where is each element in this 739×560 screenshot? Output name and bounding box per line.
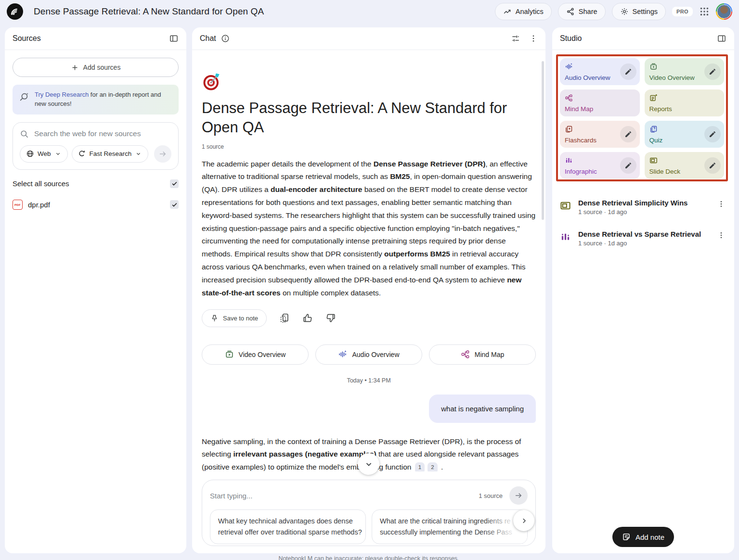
- save-to-note-label: Save to note: [223, 315, 258, 322]
- settings-button[interactable]: Settings: [612, 3, 666, 20]
- video-overview-button[interactable]: Video Overview: [202, 344, 309, 365]
- fast-research-dropdown[interactable]: Fast Research: [72, 145, 149, 163]
- edit-slide-deck-button[interactable]: [704, 157, 721, 174]
- edit-audio-overview-button[interactable]: [620, 64, 636, 80]
- tile-audio-overview[interactable]: Audio Overview: [560, 58, 640, 85]
- item-menu-button[interactable]: [716, 230, 726, 241]
- tile-label: Quiz: [649, 137, 663, 144]
- chat-scrollbar[interactable]: [542, 61, 544, 220]
- arrow-right-icon: [158, 150, 167, 158]
- edit-quiz-button[interactable]: [704, 126, 721, 142]
- tile-infographic[interactable]: Infographic: [560, 152, 640, 179]
- apps-grid-icon[interactable]: [699, 6, 710, 17]
- send-button[interactable]: [509, 486, 528, 505]
- suggestion-line: retrieval offer over traditional sparse …: [218, 527, 358, 538]
- web-filter-label: Web: [38, 150, 51, 157]
- add-note-label: Add note: [635, 533, 664, 541]
- suggestion-line: successfully implementing the Dense Pass: [380, 527, 519, 538]
- pdf-icon: PDF: [13, 200, 23, 210]
- reports-icon: [649, 94, 658, 102]
- chat-input[interactable]: [210, 492, 472, 500]
- citation-chip[interactable]: 1: [415, 462, 425, 471]
- avatar[interactable]: [716, 3, 732, 20]
- pencil-icon: [624, 68, 632, 76]
- page-title: Dense Passage Retrieval: A New Standard …: [202, 99, 519, 138]
- audio-overview-button[interactable]: Audio Overview: [315, 344, 422, 365]
- chevron-down-icon: [135, 150, 142, 157]
- studio-item-slide-deck[interactable]: Dense Retrieval Simplicity Wins 1 source…: [552, 199, 734, 216]
- select-all-label: Select all sources: [13, 179, 69, 188]
- sources-header: Sources: [13, 34, 41, 43]
- mind-map-icon: [565, 94, 573, 102]
- audio-overview-label: Audio Overview: [352, 351, 399, 358]
- share-icon: [566, 7, 575, 16]
- thumbs-up-icon[interactable]: [302, 313, 313, 323]
- scroll-to-bottom-button[interactable]: [358, 453, 379, 475]
- notebooklm-logo-icon[interactable]: [7, 3, 23, 20]
- tile-label: Mind Map: [565, 105, 593, 113]
- source-checkbox[interactable]: [170, 200, 179, 209]
- share-button[interactable]: Share: [558, 3, 606, 20]
- analytics-button[interactable]: Analytics: [495, 3, 552, 20]
- chevron-right-icon: [520, 517, 528, 525]
- tile-flashcards[interactable]: Flashcards: [560, 121, 640, 148]
- add-sources-label: Add sources: [83, 64, 121, 71]
- studio-item-infographic[interactable]: Dense Retrieval vs Sparse Retrieval 1 so…: [552, 230, 734, 247]
- studio-panel: Studio Audio Overview Video Overview: [552, 27, 734, 553]
- mind-map-label: Mind Map: [475, 351, 504, 358]
- next-suggestions-button[interactable]: [513, 510, 534, 531]
- citation-chip[interactable]: 2: [428, 462, 437, 471]
- tile-video-overview[interactable]: Video Overview: [645, 58, 725, 85]
- video-overview-icon: [225, 350, 234, 359]
- dart-target-emoji: [202, 72, 222, 92]
- pencil-icon: [709, 162, 716, 169]
- thumbs-down-icon[interactable]: [325, 313, 336, 323]
- suggested-question-chip[interactable]: What key technical advantages does dense…: [210, 509, 366, 544]
- studio-item-meta: 1 source · 1d ago: [578, 240, 709, 247]
- pro-badge: PRO: [672, 7, 693, 16]
- edit-video-overview-button[interactable]: [704, 64, 721, 80]
- source-row[interactable]: PDF dpr.pdf: [13, 200, 179, 210]
- web-search-input[interactable]: [34, 129, 171, 138]
- collapse-panel-icon[interactable]: [169, 34, 179, 43]
- check-icon: [171, 180, 178, 187]
- infographic-icon: [560, 231, 571, 242]
- tile-quiz[interactable]: Quiz: [645, 121, 725, 148]
- tile-label: Infographic: [565, 168, 597, 175]
- expand-panel-icon[interactable]: [717, 34, 726, 43]
- edit-flashcards-button[interactable]: [620, 126, 636, 142]
- add-note-button[interactable]: Add note: [612, 527, 674, 547]
- slide-deck-icon: [560, 200, 571, 211]
- deep-research-link[interactable]: Try Deep Research: [35, 91, 89, 98]
- mind-map-icon: [461, 350, 470, 359]
- more-vertical-icon[interactable]: [529, 34, 538, 43]
- flashcards-icon: [565, 125, 573, 133]
- tune-icon[interactable]: [511, 34, 520, 43]
- push-pin-icon: [210, 314, 219, 322]
- save-to-note-button[interactable]: Save to note: [202, 309, 267, 327]
- suggested-question-chip[interactable]: What are the critical training ingredien…: [372, 509, 528, 544]
- tile-label: Video Overview: [649, 74, 695, 81]
- add-sources-button[interactable]: Add sources: [13, 58, 179, 77]
- item-menu-button[interactable]: [716, 199, 726, 209]
- tile-mind-map[interactable]: Mind Map: [560, 89, 640, 116]
- info-icon[interactable]: [221, 34, 230, 43]
- edit-infographic-button[interactable]: [620, 157, 636, 174]
- select-all-checkbox[interactable]: [170, 179, 179, 188]
- suggestion-line: What are the critical training ingredien…: [380, 516, 519, 527]
- pencil-icon: [624, 130, 632, 138]
- mind-map-button[interactable]: Mind Map: [429, 344, 536, 365]
- search-submit-button[interactable]: [154, 145, 171, 163]
- more-vertical-icon: [717, 200, 725, 208]
- chat-scroll-area[interactable]: Dense Passage Retrieval: A New Standard …: [192, 51, 545, 471]
- pencil-icon: [709, 130, 716, 138]
- pencil-icon: [709, 68, 716, 76]
- audio-overview-icon: [338, 350, 347, 359]
- copy-icon[interactable]: [279, 313, 290, 323]
- gear-icon: [620, 7, 629, 16]
- tile-slide-deck[interactable]: Slide Deck: [645, 152, 725, 179]
- web-filter-dropdown[interactable]: Web: [20, 145, 68, 163]
- fast-research-label: Fast Research: [90, 150, 132, 157]
- share-label: Share: [579, 8, 597, 15]
- tile-reports[interactable]: Reports: [645, 89, 725, 116]
